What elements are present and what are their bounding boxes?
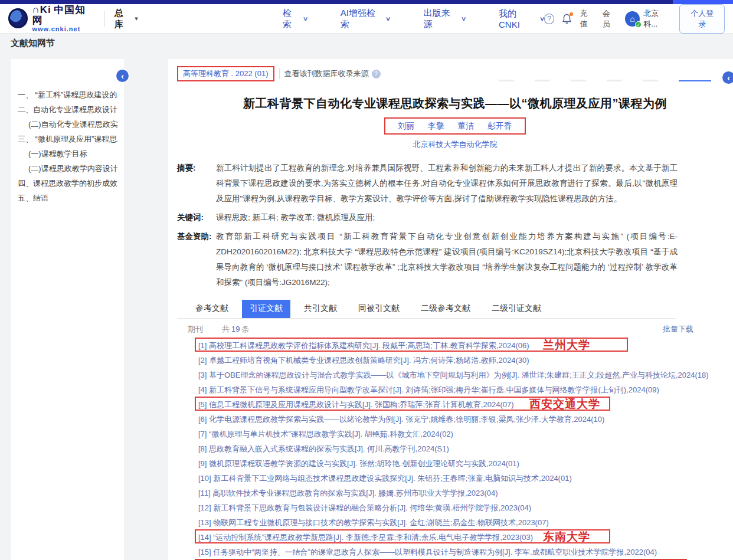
member-link[interactable]: 会员: [603, 8, 617, 30]
cnki-globe-icon: [8, 8, 28, 28]
citation-link[interactable]: [13] 物联网工程专业微机原理与接口技术的教学探索与实践[J]. 金红;谢晓兰…: [198, 518, 549, 527]
nav-ai-search[interactable]: AI增强检索 ∨: [341, 8, 391, 30]
citation-item: [3] 基于OBE理念的课程思政设计与混合式教学实践——以《城市地下空间规划与利…: [177, 367, 733, 382]
active-action-underline: [679, 80, 711, 81]
logo-site-url: www.cnki.net: [32, 26, 95, 33]
citation-link[interactable]: [7] “微机原理与单片机技术”课程思政教学实践[J]. 胡艳茹.科教文汇,20…: [198, 430, 453, 438]
citation-item: [8] 思政教育融入嵌入式系统课程的探索与实践[J]. 何川.高教学刊,2024…: [177, 441, 733, 456]
toc-item-2-2[interactable]: (二)自动化专业课程思政实施...: [18, 117, 118, 132]
journal-source-link[interactable]: 查看该刊数据库收录来源: [279, 68, 369, 79]
toc-item-3-2[interactable]: (二)课程思政教学内容设计: [18, 161, 118, 176]
batch-download-button[interactable]: 批量下载: [663, 324, 693, 335]
author-link[interactable]: 刘丽: [398, 121, 414, 130]
citation-list-header: 期刊 共19条 批量下载: [177, 324, 693, 335]
tab-co-cited[interactable]: 共引文献: [296, 300, 345, 318]
help-icon[interactable]: ?: [372, 70, 381, 78]
citation-item: [10] 新工科背景下工业网络与组态技术课程思政建设实践探究[J]. 朱铝芬;王…: [177, 470, 733, 485]
annotation-label: 西安交通大学: [529, 397, 600, 411]
verified-check-icon: ✓: [635, 21, 642, 28]
citation-tabs: 参考文献 引证文献 共引文献 同被引文献 二级参考文献 二级引证文献: [177, 300, 676, 319]
affiliation-link[interactable]: 北京科技大学自动化学院: [177, 139, 733, 150]
logo-brand-latin: ∩Ki: [32, 4, 51, 15]
sidebar-collapse-button[interactable]: ‹: [116, 70, 129, 82]
abstract-section: 摘要: 新工科计划提出了工程教育的新理念,对培养兼具国际视野、工程素养和创新能力…: [177, 161, 733, 207]
institution-account[interactable]: ⌂ ✓ 北京科...: [625, 8, 672, 30]
citation-count: 19: [230, 325, 241, 333]
tab-references[interactable]: 参考文献: [188, 300, 236, 318]
citation-link[interactable]: [4] 新工科背景下信号与系统课程应用导向型教学改革探讨[J]. 刘诗筠;张印强…: [198, 385, 659, 394]
citation-link[interactable]: [3] 基于OBE理念的课程思政设计与混合式教学实践——以《城市地下空间规划与利…: [198, 371, 709, 379]
toc-item-3-1[interactable]: (一)课程教学目标: [18, 146, 118, 161]
citation-item: [13] 物联网工程专业微机原理与接口技术的教学探索与实践[J]. 金红;谢晓兰…: [177, 515, 733, 529]
recharge-link[interactable]: 充值: [580, 8, 594, 30]
chevron-down-icon: ∨: [539, 15, 545, 22]
funding-text: 教育部新工科研究与实践项目 “新工科教育背景下自动化专业创意创新创业能力培养方案…: [216, 229, 678, 290]
toc-sidebar: 一、 “新工科”课程思政建设的... 二、自动化专业课程思政设计 (二)自动化专…: [11, 59, 124, 560]
funding-section: 基金资助: 教育部新工科研究与实践项目 “新工科教育背景下自动化专业创意创新创业…: [177, 229, 733, 290]
toc-item-5[interactable]: 五、结语: [18, 191, 118, 205]
citation-link[interactable]: [15] 任务驱动中“两坚持、一结合”的课堂思政育人探索——以塑料模具设计与制造…: [198, 548, 657, 556]
citation-item: [15] 任务驱动中“两坚持、一结合”的课堂思政育人探索——以塑料模具设计与制造…: [177, 544, 733, 559]
keywords-text[interactable]: 课程思政; 新工科; 教学改革; 微机原理及应用;: [216, 210, 678, 225]
citation-link[interactable]: [9] 微机原理课程双语教学资源的建设与实践[J]. 张然;胡玲艳.创新创业理论…: [198, 459, 519, 468]
citation-link[interactable]: [10] 新工科背景下工业网络与组态技术课程思政建设实践探究[J]. 朱铝芬;王…: [198, 474, 572, 483]
institution-icon: ⌂: [630, 14, 634, 24]
personal-login-button[interactable]: 个人登录: [679, 4, 725, 34]
toc-item-2[interactable]: 二、自动化专业课程思政设计: [18, 102, 118, 117]
authors-row: 刘丽 李擎 董洁 彭开香: [177, 117, 733, 135]
citation-link[interactable]: [11] 高职软件技术专业课程思政教育的探索与实践[J]. 滕姗.苏州市职业大学…: [198, 489, 498, 497]
author-link[interactable]: 彭开香: [487, 121, 512, 130]
citation-link[interactable]: [1] 高校理工科课程思政教学评价指标体系建构研究[J]. 段戴平;高思琦;丁林…: [198, 341, 529, 350]
author-link[interactable]: 李擎: [428, 121, 444, 130]
citation-item: [14] “运动控制系统”课程思政教学新思路[J]. 李新德;李星霖;李和清;余…: [177, 529, 733, 544]
nav-search[interactable]: 检索 ∨: [283, 8, 307, 30]
abstract-text: 新工科计划提出了工程教育的新理念,对培养兼具国际视野、工程素养和创新能力的未来新…: [216, 161, 678, 207]
article-title: 新工科背景下自动化专业课程思政探索与实践——以“微机原理及应用”课程为例: [177, 96, 733, 112]
citation-link[interactable]: [2] 卓越工程师培育视角下机械类专业课程思政创新策略研究[J]. 冯方;何诗萍…: [198, 356, 529, 365]
citation-item: [7] “微机原理与单片机技术”课程思政教学实践[J]. 胡艳茹.科教文汇,20…: [177, 426, 733, 441]
nav-publication-source[interactable]: 出版来源 ∨: [424, 8, 466, 30]
page-title: 文献知网节: [11, 38, 55, 49]
help-icon[interactable]: ?: [544, 14, 555, 24]
tab-co-citing[interactable]: 同被引文献: [351, 300, 407, 318]
article-actions-faded: [499, 76, 733, 81]
citation-link[interactable]: [12] 新工科背景下思政教育与包装设计课程的融合策略分析[J]. 何培华;黄璜…: [198, 503, 531, 512]
library-dropdown[interactable]: 总库 ▾: [114, 8, 138, 30]
tab-secondary-references[interactable]: 二级参考文献: [413, 300, 478, 318]
citation-link[interactable]: [8] 思政教育融入嵌入式系统课程的探索与实践[J]. 何川.高教学刊,2024…: [198, 444, 449, 453]
toc-item-3[interactable]: 三、 “微机原理及应用”课程思...: [18, 132, 118, 146]
citation-item: [9] 微机原理课程双语教学资源的建设与实践[J]. 张然;胡玲艳.创新创业理论…: [177, 456, 733, 470]
authors-highlight-box: 刘丽 李擎 董洁 彭开香: [384, 117, 525, 135]
annotation-label: 兰州大学: [543, 338, 590, 352]
citation-item: [11] 高职软件技术专业课程思政教育的探索与实践[J]. 滕姗.苏州市职业大学…: [177, 485, 733, 500]
journal-link[interactable]: 高等理科教育 . 2022 (01): [183, 68, 269, 79]
notifications-bell-icon[interactable]: [562, 14, 572, 24]
tab-citing-literature[interactable]: 引证文献: [242, 300, 290, 318]
citation-link[interactable]: [14] “运动控制系统”课程思政教学新思路[J]. 李新德;李星霖;李和清;余…: [198, 533, 533, 542]
right-panel-collapse-button[interactable]: ‹: [722, 71, 733, 84]
site-header: ∩Ki 中国知网 www.cnki.net 总库 ▾ 检索 ∨ AI增强检索 ∨…: [0, 4, 733, 34]
citation-link[interactable]: [6] 化学电源课程思政教学探索与实践——以绪论教学为例[J]. 张克宁;姚维春…: [198, 415, 604, 424]
citation-link[interactable]: [5] 信息工程微机原理及应用课程思政设计与实践[J]. 张国梅;乔瑞萍;张育.…: [198, 400, 514, 409]
citation-list: [1] 高校理工科课程思政教学评价指标体系建构研究[J]. 段戴平;高思琦;丁林…: [177, 338, 733, 560]
funding-label: 基金资助:: [177, 229, 216, 290]
cnki-logo[interactable]: ∩Ki 中国知网 www.cnki.net: [8, 5, 95, 32]
library-label: 总库: [114, 8, 132, 30]
chevron-down-icon: ∨: [302, 15, 308, 22]
header-nav: 检索 ∨ AI增强检索 ∨ 出版来源 ∨ 我的CNKI ∨: [283, 8, 544, 30]
caret-down-icon: ▾: [135, 15, 138, 22]
abstract-label: 摘要:: [177, 161, 216, 207]
citation-item: [12] 新工科背景下思政教育与包装设计课程的融合策略分析[J]. 何培华;黄璜…: [177, 500, 733, 515]
logo-brand: ∩Ki 中国知网: [32, 5, 95, 26]
article-panel: 高等理科教育 . 2022 (01) 查看该刊数据库收录来源 ? 新工科背景下自…: [168, 59, 733, 560]
toc-item-4[interactable]: 四、课程思政教学的初步成效: [18, 176, 118, 191]
annotation-label: 东南大学: [543, 529, 590, 544]
header-divider: [104, 11, 105, 27]
list-type-label[interactable]: 期刊: [188, 324, 203, 335]
author-link[interactable]: 董洁: [457, 121, 474, 130]
tab-secondary-citing[interactable]: 二级引证文献: [484, 300, 549, 318]
nav-my-cnki[interactable]: 我的CNKI ∨: [499, 8, 544, 30]
toc-item-1[interactable]: 一、 “新工科”课程思政建设的...: [18, 87, 118, 102]
institution-name: 北京科...: [643, 8, 672, 30]
citation-item: [2] 卓越工程师培育视角下机械类专业课程思政创新策略研究[J]. 冯方;何诗萍…: [177, 352, 733, 367]
